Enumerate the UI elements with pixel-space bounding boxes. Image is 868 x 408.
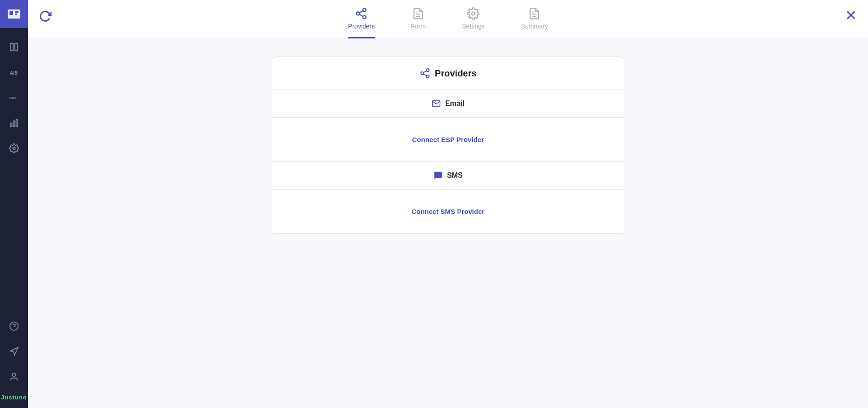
email-section-label: Email	[445, 100, 465, 108]
providers-panel-header: Providers	[272, 57, 624, 90]
tab-summary[interactable]: Summary	[521, 7, 548, 38]
svg-rect-1	[9, 11, 13, 15]
sidebar-item-help[interactable]	[0, 314, 28, 338]
tab-form-label: Form	[411, 23, 426, 30]
svg-rect-5	[15, 43, 18, 51]
svg-rect-9	[13, 121, 15, 127]
connect-esp-button[interactable]: Connect ESP Provider	[412, 136, 484, 143]
svg-line-19	[359, 11, 363, 13]
sidebar-item-library[interactable]	[0, 35, 28, 59]
svg-point-25	[426, 69, 429, 71]
top-nav: Providers Form Settings	[28, 0, 868, 38]
svg-text:A/B: A/B	[10, 71, 18, 76]
svg-point-15	[363, 8, 366, 11]
sidebar-item-megaphone[interactable]	[0, 340, 28, 363]
tab-settings-label: Settings	[462, 23, 485, 30]
svg-point-22	[472, 12, 475, 15]
email-icon	[432, 99, 441, 108]
svg-rect-8	[10, 123, 12, 127]
tab-summary-label: Summary	[521, 23, 548, 30]
svg-rect-2	[15, 11, 19, 13]
sidebar-item-ab[interactable]: A/B	[0, 61, 28, 84]
tab-providers[interactable]: Providers	[348, 7, 375, 38]
sms-icon	[434, 171, 443, 180]
sms-section-label: SMS	[447, 171, 463, 180]
svg-line-28	[423, 74, 426, 76]
svg-line-29	[423, 71, 426, 73]
email-provider-section: Email Connect ESP Provider	[272, 90, 624, 162]
close-button[interactable]: ✕	[845, 8, 857, 23]
providers-share-icon	[420, 68, 430, 79]
sidebar-item-analytics[interactable]	[0, 111, 28, 135]
sms-connect-area: Connect SMS Provider	[272, 190, 624, 233]
sidebar: A/B Plus	[0, 0, 28, 408]
svg-point-16	[357, 12, 360, 15]
svg-point-26	[421, 72, 424, 75]
sidebar-logo[interactable]	[0, 0, 28, 28]
sidebar-nav: A/B Plus	[0, 28, 28, 314]
sms-section-header: SMS	[272, 162, 624, 190]
providers-panel: Providers Email Connect ESP Provider	[272, 57, 624, 234]
email-connect-area: Connect ESP Provider	[272, 118, 624, 161]
svg-point-17	[363, 16, 366, 19]
content-area: Providers Email Connect ESP Provider	[28, 38, 868, 408]
svg-rect-3	[15, 14, 17, 15]
tab-settings[interactable]: Settings	[462, 7, 485, 38]
svg-text:Plus: Plus	[9, 96, 16, 100]
justuno-brand: Justuno	[1, 390, 27, 403]
sidebar-bottom: Justuno	[0, 314, 28, 408]
svg-point-27	[426, 75, 429, 78]
svg-point-14	[12, 373, 15, 376]
tab-form[interactable]: Form	[411, 7, 426, 38]
providers-panel-title: Providers	[435, 68, 476, 79]
svg-rect-10	[16, 119, 18, 127]
svg-point-11	[13, 147, 15, 150]
svg-line-18	[359, 14, 363, 17]
main-content: Providers Form Settings	[28, 0, 868, 408]
tab-providers-label: Providers	[348, 23, 375, 30]
refresh-button[interactable]	[39, 10, 52, 24]
sidebar-item-account[interactable]	[0, 365, 28, 389]
sidebar-item-plus[interactable]: Plus	[0, 86, 28, 109]
connect-sms-button[interactable]: Connect SMS Provider	[411, 208, 485, 215]
email-section-header: Email	[272, 90, 624, 118]
sidebar-item-settings[interactable]	[0, 137, 28, 160]
svg-rect-4	[10, 43, 13, 51]
sms-provider-section: SMS Connect SMS Provider	[272, 162, 624, 233]
